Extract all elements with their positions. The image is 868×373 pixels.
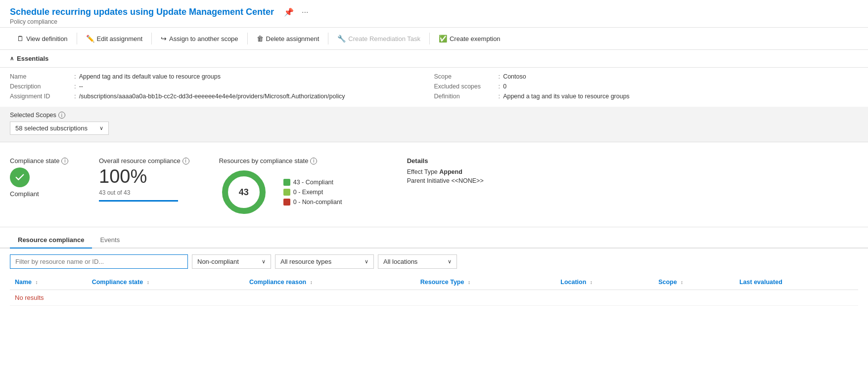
overall-compliance-header: Overall resource compliance i [99, 157, 189, 165]
toolbar-divider-2 [151, 33, 152, 44]
toolbar-divider-4 [328, 33, 328, 44]
compliance-state-header: Compliance state i [10, 157, 68, 165]
assign-scope-icon: ↪ [161, 35, 167, 42]
table-header: Name ↕ Compliance state ↕ Compliance rea… [10, 275, 858, 290]
exemption-icon: ✅ [439, 35, 447, 42]
tab-events[interactable]: Events [92, 232, 128, 249]
edit-assignment-icon: ✏️ [86, 35, 94, 42]
page-container: Schedule recurring updates using Update … [0, 0, 868, 373]
essentials-header[interactable]: ∧ Essentials [0, 50, 868, 68]
col-compliance-state[interactable]: Compliance state ↕ [87, 275, 244, 290]
essentials-scope-value: Contoso [503, 73, 526, 80]
essentials-assignment-id-label: Assignment ID [10, 93, 74, 100]
no-results-text: No results [10, 290, 858, 306]
overall-compliance-bar-fill [99, 200, 178, 202]
compliance-filter-dropdown[interactable]: Non-compliant ∨ [192, 254, 271, 269]
toolbar-divider-5 [429, 33, 430, 44]
page-header: Schedule recurring updates using Update … [0, 0, 868, 27]
col-scope-sort-icon: ↕ [681, 280, 683, 285]
assign-to-scope-button[interactable]: ↪ Assign to another scope [154, 32, 245, 45]
compliance-state-info-icon[interactable]: i [61, 158, 68, 165]
essentials-definition-label: Definition [434, 93, 499, 100]
delete-icon: 🗑 [257, 35, 264, 42]
col-compliance-reason-sort-icon: ↕ [310, 280, 313, 285]
pin-icon[interactable]: 📌 [284, 7, 294, 17]
compliance-filter-value: Non-compliant [197, 258, 239, 265]
col-resource-type-sort-icon: ↕ [468, 280, 470, 285]
legend-noncompliant-label: 0 - Non-compliant [293, 199, 342, 206]
essentials-description-value: -- [79, 83, 83, 90]
view-definition-icon: 🗒 [17, 35, 24, 42]
essentials-assignment-id-value: /subscriptions/aaaa0a0a-bb1b-cc2c-dd3d-e… [79, 93, 345, 100]
compliance-section: Compliance state i Compliant Overall res… [0, 142, 868, 227]
essentials-name-label: Name [10, 73, 74, 80]
location-filter-chevron-icon: ∨ [448, 258, 452, 265]
donut-center-value: 43 [239, 187, 249, 198]
essentials-assignment-id-row: Assignment ID : /subscriptions/aaaa0a0a-… [10, 92, 434, 100]
remediation-icon: 🔧 [337, 35, 346, 42]
tab-resource-compliance[interactable]: Resource compliance [10, 232, 92, 249]
essentials-scope-row: Scope : Contoso [434, 73, 859, 80]
essentials-definition-row: Definition : Append a tag and its value … [434, 92, 859, 100]
legend-compliant: 43 - Compliant [283, 179, 342, 186]
legend-noncompliant-dot [283, 199, 290, 206]
overall-compliance-info-icon[interactable]: i [183, 158, 189, 165]
page-title: Schedule recurring updates using Update … [10, 7, 274, 17]
essentials-excluded-scopes-value: 0 [503, 83, 506, 90]
col-location-sort-icon: ↕ [590, 280, 593, 285]
create-exemption-button[interactable]: ✅ Create exemption [432, 32, 507, 45]
resources-by-state-header: Resources by compliance state i [219, 157, 377, 165]
resource-type-filter-dropdown[interactable]: All resource types ∨ [275, 254, 374, 269]
more-icon[interactable]: ··· [302, 8, 308, 17]
col-resource-type[interactable]: Resource Type ↕ [415, 275, 556, 290]
details-parent-initiative-row: Parent Initiative <<NONE>> [407, 177, 484, 184]
col-scope[interactable]: Scope ↕ [653, 275, 734, 290]
toolbar: 🗒 View definition ✏️ Edit assignment ↪ A… [0, 27, 868, 50]
table-header-row: Name ↕ Compliance state ↕ Compliance rea… [10, 275, 858, 290]
essentials-grid: Name : Append tag and its default value … [0, 68, 868, 107]
delete-assignment-button[interactable]: 🗑 Delete assignment [250, 32, 326, 45]
essentials-label: Essentials [17, 55, 48, 62]
legend-exempt-label: 0 - Exempt [293, 189, 323, 196]
essentials-chevron-icon: ∧ [10, 55, 14, 62]
create-remediation-button[interactable]: 🔧 Create Remediation Task [330, 32, 427, 45]
essentials-description-label: Description [10, 83, 74, 90]
edit-assignment-button[interactable]: ✏️ Edit assignment [79, 32, 150, 45]
resource-filter-input[interactable] [10, 254, 188, 269]
legend-exempt-dot [283, 189, 290, 196]
col-name[interactable]: Name ↕ [10, 275, 87, 290]
table-no-results-row: No results [10, 290, 858, 306]
essentials-left-col: Name : Append tag and its default value … [10, 73, 434, 100]
scope-dropdown-value: 58 selected subscriptions [15, 124, 88, 132]
scope-dropdown[interactable]: 58 selected subscriptions ∨ [10, 122, 109, 135]
compliance-filter-chevron-icon: ∨ [262, 258, 266, 265]
view-definition-button[interactable]: 🗒 View definition [10, 32, 75, 45]
compliant-text: Compliant [10, 190, 39, 198]
col-compliance-reason[interactable]: Compliance reason ↕ [244, 275, 415, 290]
legend-compliant-dot [283, 179, 290, 186]
col-location[interactable]: Location ↕ [555, 275, 653, 290]
overall-compliance-pct: 100% [99, 166, 189, 187]
compliance-state-block: Compliance state i Compliant [10, 157, 69, 198]
essentials-excluded-scopes-row: Excluded scopes : 0 [434, 83, 859, 90]
resource-type-filter-chevron-icon: ∨ [365, 258, 368, 265]
resource-compliance-table: Name ↕ Compliance state ↕ Compliance rea… [10, 275, 858, 306]
selected-scopes-info-icon[interactable]: i [58, 112, 65, 119]
col-name-sort-icon: ↕ [36, 280, 38, 285]
selected-scopes-label: Selected Scopes i [10, 112, 858, 119]
essentials-name-value: Append tag and its default value to reso… [79, 73, 221, 80]
selected-scopes-bar: Selected Scopes i 58 selected subscripti… [0, 107, 868, 142]
overall-compliance-bar-container [99, 200, 178, 202]
tabs-bar: Resource compliance Events [0, 232, 868, 249]
toolbar-divider-1 [77, 33, 77, 44]
compliant-checkmark-icon [10, 167, 30, 187]
essentials-scope-label: Scope [434, 73, 499, 80]
details-block: Details Effect Type Append Parent Initia… [407, 157, 484, 184]
location-filter-dropdown[interactable]: All locations ∨ [378, 254, 457, 269]
resource-type-filter-value: All resource types [280, 258, 331, 265]
location-filter-value: All locations [383, 258, 417, 265]
col-last-evaluated[interactable]: Last evaluated [734, 275, 858, 290]
resources-info-icon[interactable]: i [310, 158, 317, 165]
legend: 43 - Compliant 0 - Exempt 0 - Non-compli… [283, 179, 342, 206]
col-compliance-state-sort-icon: ↕ [147, 280, 149, 285]
